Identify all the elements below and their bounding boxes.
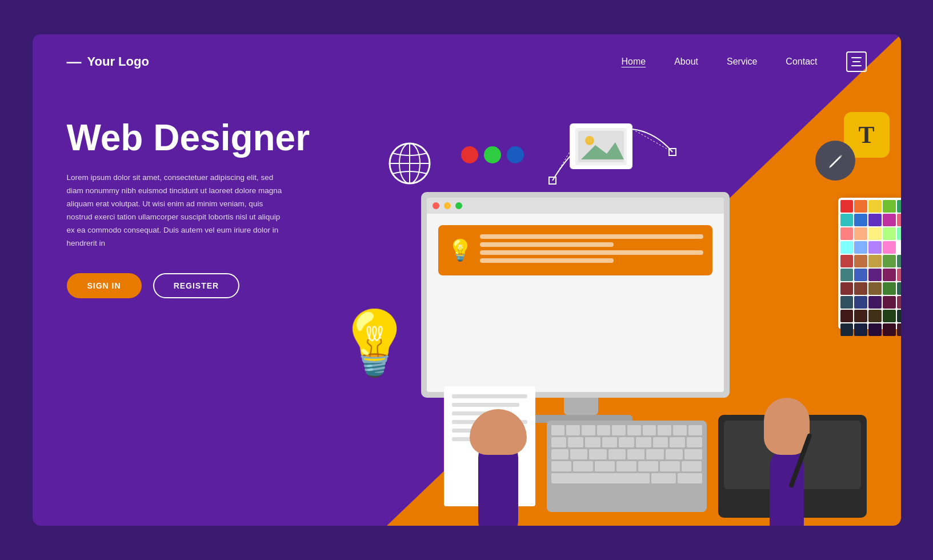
palette-swatch xyxy=(854,214,867,226)
hamburger-line-mid xyxy=(852,61,860,62)
palette-swatch xyxy=(883,269,896,281)
palette-swatch xyxy=(897,227,901,240)
hero-buttons: SIGN IN REGISTER xyxy=(67,273,341,298)
titlebar-dot-yellow xyxy=(444,202,451,209)
palette-swatch xyxy=(868,227,882,240)
svg-point-11 xyxy=(585,136,594,145)
palette-swatch xyxy=(840,227,854,240)
monitor-titlebar xyxy=(427,198,724,214)
color-dot-green xyxy=(484,146,501,163)
key xyxy=(651,473,676,483)
palette-swatch xyxy=(854,255,867,267)
palette-swatch xyxy=(854,296,867,309)
key xyxy=(551,449,568,459)
palette-swatch xyxy=(854,269,867,281)
nav-links: Home About Service Contact xyxy=(622,51,867,72)
palette-swatch xyxy=(897,296,901,309)
hero-illustration: T xyxy=(353,118,901,526)
content-line-4 xyxy=(480,258,614,263)
palette-swatch xyxy=(883,323,896,336)
logo: — Your Logo xyxy=(67,53,149,71)
key xyxy=(682,461,702,471)
big-lightbulb-icon: 💡 xyxy=(335,306,414,380)
palette-swatch xyxy=(868,310,882,322)
nav-about[interactable]: About xyxy=(674,57,698,67)
palette-swatch xyxy=(840,296,854,309)
keyboard-row-3 xyxy=(551,449,702,459)
key xyxy=(551,437,567,447)
palette-swatch xyxy=(883,200,896,213)
key xyxy=(608,449,626,459)
palette-swatch xyxy=(868,214,882,226)
register-button[interactable]: REGISTER xyxy=(153,273,240,298)
nav-contact[interactable]: Contact xyxy=(786,57,817,67)
key xyxy=(687,437,702,447)
key xyxy=(585,437,600,447)
hamburger-menu[interactable] xyxy=(846,51,867,72)
globe-icon xyxy=(387,141,433,186)
palette-swatch xyxy=(840,241,854,254)
key xyxy=(619,437,634,447)
key xyxy=(670,437,685,447)
palette-swatch xyxy=(868,255,882,267)
monitor: 💡 xyxy=(421,192,730,398)
titlebar-dot-green xyxy=(455,202,462,209)
nav-home[interactable]: Home xyxy=(622,57,646,67)
keyboard-row-4 xyxy=(551,461,702,471)
key xyxy=(616,461,636,471)
hero-section: Web Designer Lorem ipsum dolor sit amet,… xyxy=(33,83,901,298)
palette-swatch xyxy=(897,200,901,213)
palette-swatch xyxy=(883,296,896,309)
paper-line-1 xyxy=(452,394,527,398)
palette-swatch xyxy=(883,255,896,267)
keyboard-row-5 xyxy=(551,473,702,483)
navbar: — Your Logo Home About Service Contact xyxy=(33,34,901,83)
svg-line-8 xyxy=(632,129,672,152)
keyboard xyxy=(547,421,707,512)
palette-swatch xyxy=(868,241,882,254)
key xyxy=(666,449,683,459)
palette-swatch xyxy=(854,227,867,240)
palette-swatch xyxy=(897,323,901,336)
bulb-icon-monitor: 💡 xyxy=(447,238,473,262)
palette-swatch xyxy=(854,241,867,254)
palette-swatch xyxy=(840,323,854,336)
hamburger-line-top xyxy=(851,57,862,58)
palette-swatch xyxy=(868,296,882,309)
key xyxy=(602,437,618,447)
monitor-container: 💡 xyxy=(421,192,741,409)
key xyxy=(612,425,626,435)
color-dot-blue xyxy=(507,146,524,163)
key xyxy=(595,461,615,471)
palette-swatch xyxy=(840,255,854,267)
monitor-content: 💡 xyxy=(427,214,724,287)
hero-title: Web Designer xyxy=(67,118,341,158)
palette-swatch xyxy=(883,227,896,240)
main-card: — Your Logo Home About Service Contact W… xyxy=(33,34,901,526)
signin-button[interactable]: SIGN IN xyxy=(67,273,142,298)
color-palette xyxy=(838,198,901,329)
key xyxy=(627,449,644,459)
image-frame-icon xyxy=(570,123,632,169)
key xyxy=(582,425,595,435)
key xyxy=(678,473,702,483)
paper-line-2 xyxy=(452,403,520,407)
palette-swatch xyxy=(883,241,896,254)
palette-swatch xyxy=(854,200,867,213)
key xyxy=(568,437,583,447)
palette-swatch xyxy=(868,323,882,336)
logo-text: Your Logo xyxy=(87,54,149,69)
palette-swatch xyxy=(868,269,882,281)
key xyxy=(646,449,663,459)
palette-swatch xyxy=(897,282,901,295)
key xyxy=(551,461,571,471)
palette-swatch xyxy=(840,269,854,281)
palette-swatch xyxy=(854,310,867,322)
color-dot-red xyxy=(461,146,478,163)
palette-swatch xyxy=(897,241,901,254)
content-line-2 xyxy=(480,242,614,247)
key xyxy=(673,425,687,435)
nav-service[interactable]: Service xyxy=(727,57,757,67)
logo-dash: — xyxy=(67,53,82,71)
palette-swatch xyxy=(840,200,854,213)
